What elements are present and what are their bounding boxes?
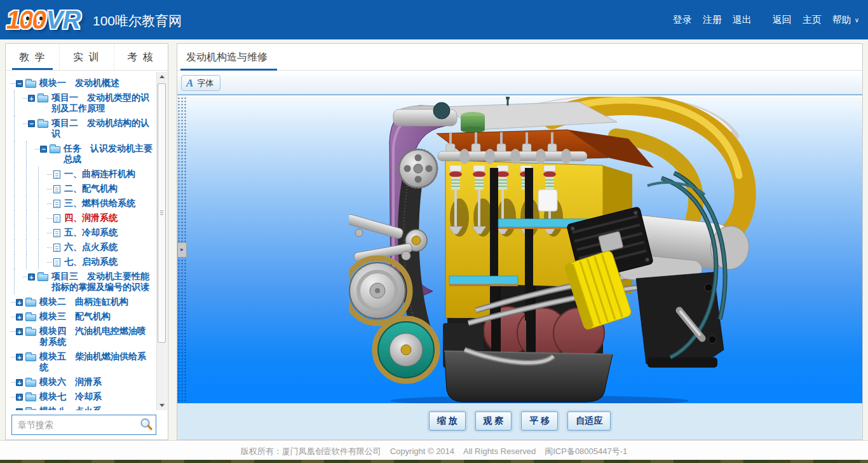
tree-item-item-valve-train[interactable]: 二、配气机构 [6, 181, 156, 196]
folder-icon [37, 274, 48, 281]
tree-connector [23, 277, 27, 277]
tree-guide-line [14, 141, 15, 167]
site-logo[interactable]: 100 VR [6, 4, 80, 35]
tree-guide-line [38, 240, 39, 254]
tree-item-module-6[interactable]: +模块六 润滑系 [6, 375, 156, 389]
viewer-button-zoom[interactable]: 缩 放 [429, 411, 466, 431]
tree-item-item-starting[interactable]: 七、启动系统 [6, 254, 156, 269]
scrollbar-thumb[interactable] [158, 83, 166, 343]
tree-item-label: 模块三 配气机构 [39, 311, 111, 322]
tree-item-item-fuel-supply[interactable]: 三、燃料供给系统 [6, 196, 156, 211]
expand-expander-icon[interactable]: + [16, 354, 23, 361]
logo-vr-text: VR [46, 6, 81, 34]
tree-item-item-lubrication[interactable]: 四、润滑系统 [6, 211, 156, 225]
tree-connector [47, 204, 51, 204]
magnifier-icon [139, 417, 153, 431]
document-icon [53, 244, 60, 252]
scroll-down-arrow[interactable] [157, 400, 167, 410]
tree-guide-line [14, 116, 15, 141]
viewer-button-pan[interactable]: 平 移 [521, 411, 558, 431]
header-link-logout[interactable]: 退出 [733, 14, 752, 26]
tree-guide-line [26, 211, 27, 225]
engine-3d-model[interactable] [349, 97, 768, 403]
header-link-home[interactable]: 主页 [803, 14, 822, 26]
tree-guide-line [14, 269, 15, 294]
tree-item-project-2[interactable]: −项目二 发动机结构的认识 [6, 116, 156, 141]
sidebar-tab-teaching[interactable]: 教 学 [6, 44, 59, 70]
expand-expander-icon[interactable]: + [16, 408, 23, 410]
chapter-search-input[interactable] [12, 420, 138, 430]
collapse-expander-icon[interactable]: − [40, 146, 47, 153]
header-bar: 100 VR 100唯尔教育网 登录注册退出返回主页帮助∨ [0, 0, 868, 39]
header-links: 登录注册退出返回主页帮助∨ [662, 0, 859, 39]
folder-icon [50, 146, 60, 153]
sidebar-tabs: 教 学实 训考 核 [6, 44, 168, 71]
footer: 版权所有：厦门凤凰创壹软件有限公司Copyright © 2014All Rig… [0, 440, 868, 463]
tree-item-label: 七、启动系统 [64, 256, 118, 267]
header-link-help[interactable]: 帮助∨ [832, 14, 859, 26]
scroll-up-arrow[interactable] [157, 72, 167, 82]
tree-item-item-ignition[interactable]: 六、点火系统 [6, 240, 156, 254]
page: 100 VR 100唯尔教育网 登录注册退出返回主页帮助∨ 教 学实 训考 核 … [0, 0, 868, 463]
tree-item-item-cooling[interactable]: 五、冷却系统 [6, 225, 156, 240]
expand-expander-icon[interactable]: + [28, 95, 35, 102]
sidebar-tab-training[interactable]: 实 训 [59, 44, 113, 70]
tree-item-module-2[interactable]: +模块二 曲柄连缸机构 [6, 294, 156, 309]
expand-expander-icon[interactable]: + [16, 314, 23, 321]
viewer-button-strip: 缩 放观 察平 移自适应 [177, 403, 862, 439]
sidebar-tab-assessment[interactable]: 考 核 [114, 44, 168, 70]
sidebar-panel: 教 学实 训考 核 −模块一 发动机概述+项目一 发动机类型的识别及工作原理−项… [5, 43, 168, 440]
footer-text-part: All Rights Reserved [463, 446, 536, 456]
expand-expander-icon[interactable]: + [16, 299, 23, 306]
tree-item-label: 任务 认识发动机主要总成 [64, 143, 154, 165]
tab-engine-construction[interactable]: 发动机构造与维修 [186, 44, 268, 71]
expand-expander-icon[interactable]: + [16, 394, 23, 401]
tree-connector [47, 247, 51, 248]
viewer-3d-canvas[interactable]: ► [177, 97, 862, 403]
tree-item-module-7[interactable]: +模块七 冷却系 [6, 389, 156, 404]
tree-item-module-1[interactable]: −模块一 发动机概述 [6, 76, 156, 90]
tree-item-project-1[interactable]: +项目一 发动机类型的识别及工作原理 [6, 90, 156, 116]
tree-item-module-4[interactable]: +模块四 汽油机电控燃油喷射系统 [6, 324, 156, 349]
tree-item-item-crank-rod[interactable]: 一、曲柄连杆机构 [6, 167, 156, 181]
tree-guide-line [26, 254, 27, 269]
tree-item-task-main-assembly[interactable]: −任务 认识发动机主要总成 [6, 141, 156, 167]
folder-icon [25, 380, 36, 387]
expand-expander-icon[interactable]: + [28, 273, 35, 280]
sidebar-collapse-button[interactable]: ► [177, 242, 187, 258]
collapse-expander-icon[interactable]: − [16, 80, 23, 87]
folder-icon [25, 394, 36, 401]
font-button[interactable]: A 字体 [181, 75, 220, 91]
tree-item-project-3[interactable]: +项目三 发动机主要性能指标的掌握及编号的识读 [6, 269, 156, 294]
panel-splitter[interactable]: ► [177, 97, 187, 403]
expand-expander-icon[interactable]: + [16, 328, 23, 335]
collapse-expander-icon[interactable]: − [28, 120, 35, 127]
tree-connector [11, 357, 15, 357]
tree-guide-line [14, 225, 15, 240]
folder-icon [25, 409, 36, 410]
tree-scrollbar[interactable] [156, 72, 167, 410]
folder-icon [25, 329, 36, 336]
header-link-back[interactable]: 返回 [773, 14, 792, 26]
header-link-register[interactable]: 注册 [703, 14, 722, 26]
tree-item-label: 模块八 点火系 [39, 406, 102, 410]
folder-icon [25, 81, 36, 88]
header-link-login[interactable]: 登录 [673, 14, 692, 26]
expand-expander-icon[interactable]: + [16, 379, 23, 386]
tree-guide-line [14, 167, 15, 181]
tree-item-label: 项目二 发动机结构的认识 [51, 118, 154, 139]
tree-guide-line [38, 181, 39, 196]
tree-item-module-3[interactable]: +模块三 配气机构 [6, 309, 156, 324]
tree-connector [47, 174, 51, 175]
tree-item-label: 四、润滑系统 [64, 212, 118, 223]
tree-item-module-8[interactable]: +模块八 点火系 [6, 404, 156, 410]
tree-connector [23, 98, 27, 99]
tree-item-module-5[interactable]: +模块五 柴油机燃油供给系统 [6, 349, 156, 375]
font-button-label: 字体 [197, 78, 214, 89]
search-button[interactable] [138, 417, 154, 433]
tree-item-label: 项目一 发动机类型的识别及工作原理 [51, 92, 154, 114]
content-tab-strip: 发动机构造与维修 [177, 44, 862, 71]
tree-connector [11, 382, 15, 383]
viewer-button-autofit[interactable]: 自适应 [567, 411, 611, 431]
viewer-button-observe[interactable]: 观 察 [475, 411, 512, 431]
